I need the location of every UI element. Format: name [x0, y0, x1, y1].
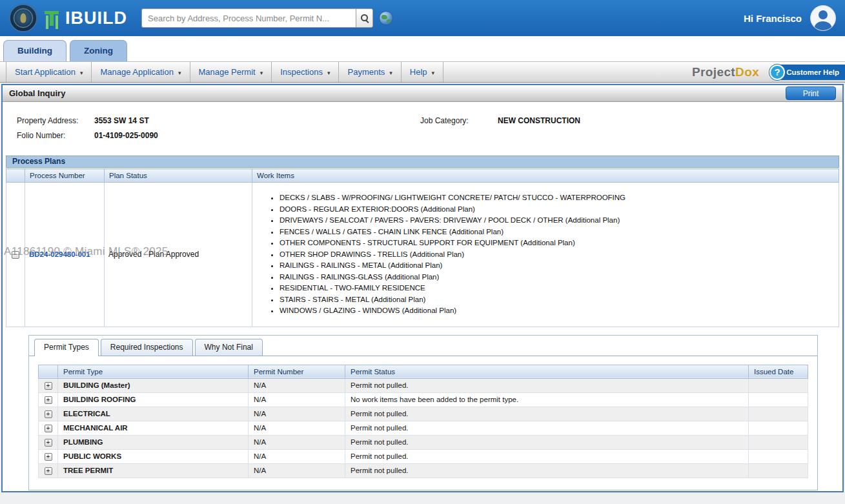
menu-item-label: Inspections [280, 67, 323, 77]
plus-icon: + [46, 425, 50, 432]
work-item: FENCES / WALLS / GATES - CHAIN LINK FENC… [280, 227, 835, 238]
work-item: RAILINGS - RAILINGS - METAL (Additional … [280, 260, 835, 272]
expand-row-button[interactable]: + [45, 382, 52, 390]
expand-row-button[interactable]: + [45, 396, 52, 404]
user-greeting: Hi Francisco [744, 13, 802, 24]
tab-permit-types[interactable]: Permit Types [34, 339, 99, 356]
work-items-column-header: Work Items [252, 169, 839, 183]
menu-item[interactable]: Help ▾ [402, 62, 443, 82]
job-category-label: Job Category: [420, 116, 498, 125]
issued-date-column-header: Issued Date [749, 365, 808, 378]
plus-icon: + [46, 468, 50, 474]
permit-type-cell: BUILDING ROOFING [58, 392, 249, 407]
permit-number-cell: N/A [249, 421, 345, 435]
table-row: + PLUMBING N/A Permit not pulled. [39, 435, 808, 449]
folio-number-value: 01-4109-025-0090 [94, 131, 420, 140]
expand-row-button[interactable]: + [45, 425, 52, 432]
permit-status-cell: Permit not pulled. [345, 435, 749, 449]
permit-status-cell: Permit not pulled. [345, 463, 749, 478]
permit-type-cell: TREE PERMIT [58, 463, 249, 478]
permit-type-cell: ELECTRICAL [58, 407, 249, 421]
detail-tabs: Permit Types Required Inspections Why No… [29, 336, 817, 356]
plus-icon: + [46, 454, 50, 460]
permit-number-cell: N/A [249, 407, 345, 421]
collapse-row-button[interactable]: − [12, 251, 19, 259]
process-plans-header: Process Plans [6, 156, 839, 168]
customer-help-button[interactable]: ? Customer Help [769, 65, 845, 80]
print-button[interactable]: Print [786, 86, 836, 100]
customer-help-label: Customer Help [778, 65, 845, 80]
menu-item[interactable]: Inspections ▾ [272, 62, 339, 82]
property-info: Property Address: 3553 SW 14 ST Job Cate… [3, 102, 842, 152]
issued-date-cell [749, 407, 808, 421]
folio-number-label: Folio Number: [17, 131, 94, 140]
user-area: Hi Francisco [744, 5, 836, 31]
table-row: + ELECTRICAL N/A Permit not pulled. [39, 407, 808, 421]
permit-number-cell: N/A [249, 378, 345, 392]
table-header-row: Permit Type Permit Number Permit Status … [39, 365, 808, 378]
process-number-link[interactable]: BD24-029480-001 [29, 250, 90, 258]
tab-zoning[interactable]: Zoning [70, 40, 127, 61]
projectdox-logo[interactable]: ProjectDox [692, 65, 759, 79]
search-icon [360, 14, 369, 23]
process-plans-table: Process Number Plan Status Work Items − … [6, 168, 839, 327]
process-number-column-header: Process Number [25, 169, 105, 183]
search-input[interactable] [141, 8, 356, 28]
menu-item[interactable]: Manage Application ▾ [92, 62, 190, 82]
work-item: OTHER SHOP DRAWINGS - TRELLIS (Additiona… [280, 249, 835, 261]
menu-items: Start Application ▾ Manage Application ▾… [6, 62, 443, 82]
expand-row-button[interactable]: + [45, 439, 52, 447]
permit-type-cell: MECHANICAL AIR [58, 421, 249, 435]
chevron-down-icon: ▾ [178, 68, 181, 76]
menu-item-label: Start Application [15, 67, 76, 77]
permit-number-cell: N/A [249, 463, 345, 478]
expand-row-button[interactable]: + [45, 410, 52, 418]
permit-number-cell: N/A [249, 449, 345, 463]
plan-status: Approved - Plan Approved [105, 183, 252, 327]
permit-types-table: Permit Type Permit Number Permit Status … [38, 365, 808, 478]
expand-column-header [39, 365, 58, 378]
menubar-right: ProjectDox ? Customer Help [692, 62, 845, 82]
expand-column-header [6, 169, 25, 183]
table-row: + TREE PERMIT N/A Permit not pulled. [39, 463, 808, 478]
table-row: + BUILDING (Master) N/A Permit not pulle… [39, 378, 808, 392]
global-search [141, 8, 393, 28]
tab-why-not-final[interactable]: Why Not Final [195, 339, 263, 356]
globe-icon[interactable] [379, 11, 393, 25]
chevron-down-icon: ▾ [80, 68, 83, 76]
chevron-down-icon: ▾ [327, 68, 331, 76]
table-row: + BUILDING ROOFING N/A No work items hav… [39, 392, 808, 407]
search-button[interactable] [356, 8, 373, 28]
main-menubar: Start Application ▾ Manage Application ▾… [0, 61, 845, 83]
department-tabs: Building Zoning [0, 36, 845, 61]
expand-row-button[interactable]: + [45, 467, 52, 475]
page-title: Global Inquiry [9, 88, 65, 98]
plus-icon: + [46, 397, 50, 403]
chevron-down-icon: ▾ [260, 68, 263, 76]
top-header: IBUILD Hi Francisco [0, 0, 845, 36]
minus-icon: − [14, 252, 17, 258]
menu-item-label: Manage Permit [199, 67, 256, 77]
job-category-value: NEW CONSTRUCTION [498, 116, 842, 125]
expand-row-button[interactable]: + [45, 453, 52, 461]
tab-required-inspections[interactable]: Required Inspections [101, 339, 193, 356]
permit-status-cell: No work items have been added to the per… [345, 392, 749, 407]
process-plans-section: Process Plans Process Number Plan Status… [6, 156, 839, 327]
permit-status-cell: Permit not pulled. [345, 378, 749, 392]
brand-text: IBUILD [65, 8, 127, 28]
issued-date-cell [749, 392, 808, 407]
user-avatar[interactable] [810, 5, 836, 31]
property-address-value: 3553 SW 14 ST [94, 116, 420, 125]
permit-types-rows: + BUILDING (Master) N/A Permit not pulle… [39, 378, 808, 478]
permit-type-cell: BUILDING (Master) [58, 378, 249, 392]
work-items-list: DECKS / SLABS - W/PROOFING/ LIGHTWEIGHT … [256, 192, 835, 317]
work-item: RAILINGS - RAILINGS-GLASS (Additional Pl… [280, 272, 835, 283]
question-mark-icon: ? [769, 65, 785, 80]
menu-item[interactable]: Start Application ▾ [6, 62, 92, 82]
issued-date-cell [749, 449, 808, 463]
menu-item[interactable]: Manage Permit ▾ [190, 62, 272, 82]
menu-item[interactable]: Payments ▾ [339, 62, 401, 82]
tab-building[interactable]: Building [3, 40, 66, 61]
city-of-miami-seal-logo [9, 4, 37, 32]
page-title-bar: Global Inquiry Print [3, 85, 842, 102]
